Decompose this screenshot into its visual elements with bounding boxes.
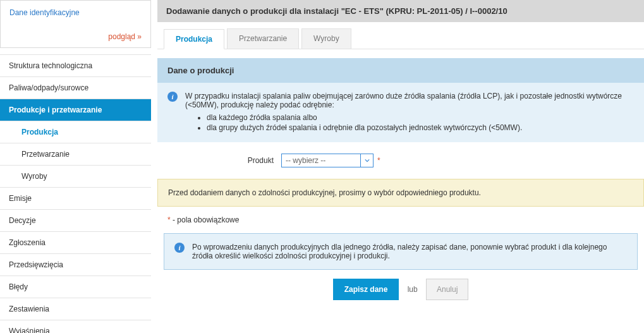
identity-box-footer: podgląd » <box>1 32 150 47</box>
preview-link[interactable]: podgląd » <box>108 32 142 41</box>
product-label: Produkt <box>167 156 281 165</box>
nav-przedsiewziecia[interactable]: Przedsięwzięcia <box>0 254 151 276</box>
page-title: Dodawanie danych o produkcji dla instala… <box>157 0 644 22</box>
info-save-text: Po wprowadzeniu danych produkcyjnych dla… <box>192 243 627 260</box>
info-icon: i <box>167 92 178 102</box>
info-list: dla każdego źródła spalania albo dla gru… <box>207 113 634 132</box>
nav-zgloszenia[interactable]: Zgłoszenia <box>0 232 151 254</box>
actions-separator: lub <box>408 285 418 294</box>
info-list-item-2: dla grupy dużych źródeł spalania i odręb… <box>207 123 634 132</box>
required-mark: * <box>377 156 380 165</box>
warning-panel: Przed dodaniem danych o zdolności produk… <box>157 179 644 207</box>
required-note-text: - pola obowiązkowe <box>171 215 240 224</box>
product-row: Produkt -- wybierz -- * <box>157 142 644 179</box>
nav-sub-przetwarzanie[interactable]: Przetwarzanie <box>0 143 151 166</box>
cancel-button[interactable]: Anuluj <box>426 279 468 300</box>
nav-sub-produkcja[interactable]: Produkcja <box>0 121 151 143</box>
main-content: Dodawanie danych o produkcji dla instala… <box>151 0 644 333</box>
app-root: Dane identyfikacyjne podgląd » Struktura… <box>0 0 644 333</box>
sidebar-nav: Struktura technologiczna Paliwa/odpady/s… <box>0 54 151 333</box>
tab-wyroby[interactable]: Wyroby <box>301 28 351 49</box>
nav-paliwa[interactable]: Paliwa/odpady/surowce <box>0 77 151 99</box>
info-panel-body: W przypadku instalacji spalania paliw ob… <box>185 92 634 133</box>
info-icon: i <box>174 243 185 253</box>
actions-row: Zapisz dane lub Anuluj <box>157 279 644 312</box>
tabs: Produkcja Przetwarzanie Wyroby <box>157 22 644 49</box>
required-note: * - pola obowiązkowe <box>157 207 644 233</box>
section-heading: Dane o produkcji <box>157 58 644 83</box>
nav-struktura[interactable]: Struktura technologiczna <box>0 55 151 77</box>
nav-emisje[interactable]: Emisje <box>0 188 151 210</box>
nav-bledy[interactable]: Błędy <box>0 276 151 298</box>
product-select-wrap: -- wybierz -- <box>281 154 374 167</box>
identity-box-title: Dane identyfikacyjne <box>1 1 150 32</box>
info-lead: W przypadku instalacji spalania paliw ob… <box>185 92 634 109</box>
info-list-item-1: dla każdego źródła spalania albo <box>207 113 634 122</box>
info-panel-save: i Po wprowadzeniu danych produkcyjnych d… <box>164 233 638 270</box>
nav-zestawienia[interactable]: Zestawienia <box>0 298 151 320</box>
product-select[interactable]: -- wybierz -- <box>281 154 374 167</box>
tab-produkcja[interactable]: Produkcja <box>164 29 224 49</box>
info-panel-rules: i W przypadku instalacji spalania paliw … <box>157 83 644 142</box>
nav-produkcje[interactable]: Produkcje i przetwarzanie <box>0 99 151 121</box>
sidebar: Dane identyfikacyjne podgląd » Struktura… <box>0 0 151 333</box>
identity-box: Dane identyfikacyjne podgląd » <box>0 0 151 48</box>
save-button[interactable]: Zapisz dane <box>333 279 399 300</box>
nav-sub-wyroby[interactable]: Wyroby <box>0 166 151 188</box>
tab-przetwarzanie[interactable]: Przetwarzanie <box>227 28 299 49</box>
nav-decyzje[interactable]: Decyzje <box>0 210 151 232</box>
nav-wyjasnienia[interactable]: Wyjaśnienia <box>0 320 151 333</box>
